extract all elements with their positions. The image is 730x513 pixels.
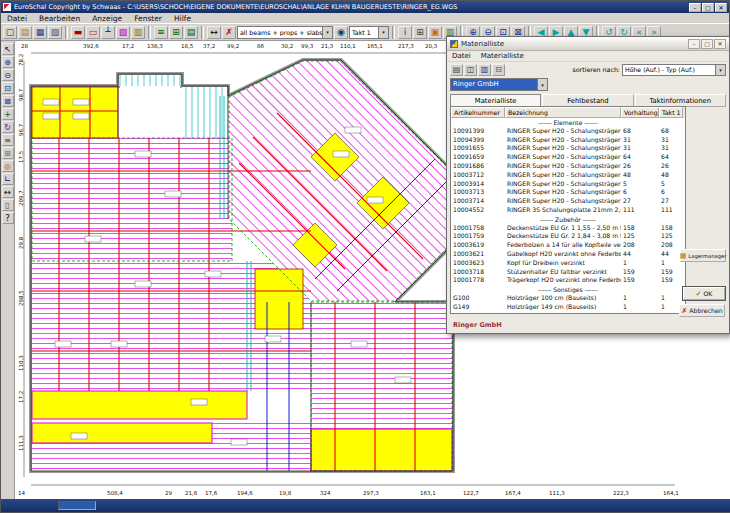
zoom-out-icon[interactable]: ⊖ xyxy=(2,69,14,81)
table-row[interactable]: 10001778Trägerkopf H20 verzinkt ohne Fed… xyxy=(451,276,685,285)
takt-select[interactable]: Takt 1▾ xyxy=(349,26,389,39)
redraw-icon[interactable]: ↻ xyxy=(2,121,14,133)
table-row[interactable]: 10091686RINGER Super H20 - Schalungsträg… xyxy=(451,162,685,171)
table-row[interactable]: G149Holzträger 149 cm (Bauseits)11 xyxy=(451,303,685,312)
cell-bez: Holzträger 149 cm (Bauseits) xyxy=(505,303,621,312)
grid-icon[interactable]: ⊞ xyxy=(2,147,14,159)
table-row[interactable]: 10004552RINGER 3S Schalungsplatte 21mm 2… xyxy=(451,206,685,215)
info-icon[interactable]: i xyxy=(398,26,412,39)
table-row[interactable]: 10003914RINGER Super H20 - Schalungsträg… xyxy=(451,180,685,189)
print-icon[interactable]: ▧ xyxy=(48,26,62,39)
chevron-down-icon[interactable]: ▾ xyxy=(537,79,547,90)
table-row[interactable]: G100Holzträger 100 cm (Bauseits)11 xyxy=(451,294,685,303)
print-icon[interactable]: ▤ xyxy=(450,64,463,76)
table-row[interactable]: 10003619Federbolzen a 14 für alle Kopfte… xyxy=(451,241,685,250)
cancel-button[interactable]: ✗ Abbrechen xyxy=(679,304,725,317)
table-row[interactable]: 10001759Deckenstütze EU Gr. 2 1,84 - 3,0… xyxy=(451,232,685,241)
layers-icon[interactable]: ≡ xyxy=(2,134,14,146)
table-row[interactable]: ------ Elemente ------ xyxy=(451,118,685,127)
visibility-icon[interactable]: ◉ xyxy=(334,26,348,39)
maximize-button[interactable]: ▢ xyxy=(702,3,714,12)
table-row[interactable]: G59Holzträger 59 cm (Bauseits)11 xyxy=(451,312,685,314)
grid-icon[interactable]: ⊞ xyxy=(413,26,427,39)
column-header-takt-1[interactable]: Takt 1 xyxy=(659,107,683,118)
wall-icon[interactable]: ▯ xyxy=(2,199,14,211)
column-header-bezeichnung[interactable]: Bezeichnung xyxy=(505,107,621,118)
dialog-menubar: DateiMaterialliste xyxy=(447,51,729,62)
table-row[interactable]: 10091659RINGER Super H20 - Schalungsträg… xyxy=(451,153,685,162)
cell-takt: 31 xyxy=(659,144,683,153)
dialog-minimize-button[interactable]: – xyxy=(688,39,700,49)
print-preview-icon[interactable]: ◫ xyxy=(464,64,477,76)
menu-anzeige[interactable]: Anzeige xyxy=(86,14,128,23)
table-row[interactable]: 10091399RINGER Super H20 - Schalungsträg… xyxy=(451,127,685,136)
dialog-menu-datei[interactable]: Datei xyxy=(447,52,476,60)
column-header-artikelnummer[interactable]: Artikelnummer xyxy=(451,107,505,118)
menu-bearbeiten[interactable]: Bearbeiten xyxy=(33,14,86,23)
menu-hilfe[interactable]: Hilfe xyxy=(168,14,197,23)
new-icon[interactable]: ▢ xyxy=(3,26,17,39)
table-row[interactable]: 10003712RINGER Super H20 - Schalungsträg… xyxy=(451,171,685,180)
table-row[interactable]: 10003623Kopf für Dreibein verzinkt11 xyxy=(451,259,685,268)
wall-tool-icon[interactable]: ▬ xyxy=(71,26,85,39)
display-filter-select-value: all beams + props + slabs xyxy=(238,29,322,36)
table-row[interactable]: 10091655RINGER Super H20 - Schalungsträg… xyxy=(451,144,685,153)
measure-icon[interactable]: ↔ xyxy=(2,186,14,198)
material-list-icon[interactable]: ≡ xyxy=(154,26,168,39)
close-button[interactable]: ✕ xyxy=(715,3,727,12)
beam-tool-icon[interactable]: ▭ xyxy=(86,26,100,39)
chevron-down-icon[interactable]: ▾ xyxy=(715,65,725,75)
dialog-close-button[interactable]: ✕ xyxy=(714,39,726,49)
slab-tool-icon[interactable]: ▨ xyxy=(116,26,130,39)
panel-tool-icon[interactable]: ▥ xyxy=(131,26,145,39)
warehouse-icon: ▦ xyxy=(680,252,687,260)
table-icon[interactable]: ⊞ xyxy=(169,26,183,39)
pointer-icon[interactable]: ↖ xyxy=(2,43,14,55)
colors-icon[interactable]: ▣ xyxy=(428,26,442,39)
material-table[interactable]: ArtikelnummerBezeichnungVorhaltungTakt 1… xyxy=(450,106,686,314)
company-select[interactable]: Ringer GmbH ▾ xyxy=(450,78,548,91)
help-icon[interactable]: ? xyxy=(2,212,14,224)
zoom-window-icon[interactable]: ⊡ xyxy=(2,82,14,94)
pan-icon[interactable]: + xyxy=(2,108,14,120)
cell-art: 10003712 xyxy=(451,171,505,180)
statistics-icon[interactable]: ▤ xyxy=(184,26,198,39)
dialog-title: Materialliste xyxy=(461,40,685,48)
cell-bez: RINGER Super H20 - Schalungsträger 1,90 … xyxy=(505,127,621,136)
prop-tool-icon[interactable]: ┴ xyxy=(101,26,115,39)
cell-vor: 158 xyxy=(621,224,659,233)
column-header-vorhaltung[interactable]: Vorhaltung xyxy=(621,107,659,118)
minimize-button[interactable]: – xyxy=(689,3,701,12)
zoom-all-icon[interactable]: ⊠ xyxy=(2,95,14,107)
lagermanager-button[interactable]: ▦ Lagermanager xyxy=(680,249,726,262)
ortho-icon[interactable]: ∟ xyxy=(2,173,14,185)
table-row[interactable]: 10003621Gabelkopf H20 verzinkt ohne Fede… xyxy=(451,250,685,259)
measure-icon[interactable]: ↔ xyxy=(207,26,221,39)
chevron-down-icon[interactable]: ▾ xyxy=(378,27,388,38)
menu-datei[interactable]: Datei xyxy=(1,14,33,23)
table-row[interactable]: 10001758Deckenstütze EU Gr. 1 1,55 - 2,5… xyxy=(451,224,685,233)
table-row[interactable]: 10094399RINGER Super H20 - Schalungsträg… xyxy=(451,136,685,145)
open-icon[interactable]: ▤ xyxy=(18,26,32,39)
dialog-titlebar[interactable]: Materialliste –▢✕ xyxy=(447,37,729,51)
table-row[interactable]: 10003718Stützenhalter EU faltbar verzink… xyxy=(451,268,685,277)
dialog-maximize-button[interactable]: ▢ xyxy=(701,39,713,49)
dialog-menu-materialliste[interactable]: Materialliste xyxy=(476,52,529,60)
table-row[interactable]: 10003713RINGER Super H20 - Schalungsträg… xyxy=(451,188,685,197)
table-row[interactable]: ------ Zubehör ------ xyxy=(451,215,685,224)
chevron-down-icon[interactable]: ▾ xyxy=(322,27,332,38)
delete-icon[interactable]: ✗ xyxy=(222,26,236,39)
ok-button[interactable]: ✓ OK xyxy=(683,287,725,300)
zoom-in-icon[interactable]: ⊕ xyxy=(2,56,14,68)
table-row[interactable]: 10003714RINGER Super H20 - Schalungsträg… xyxy=(451,197,685,206)
display-filter-select[interactable]: all beams + props + slabs▾ xyxy=(237,26,333,39)
copy-icon[interactable]: ⊟ xyxy=(492,64,505,76)
save-icon[interactable]: ▦ xyxy=(33,26,47,39)
table-row[interactable]: ------ Sonstiges ------ xyxy=(451,285,685,294)
ruler-label-bottom: 222,3 xyxy=(613,490,629,496)
snap-icon[interactable]: ◎ xyxy=(2,160,14,172)
export-icon[interactable]: ▥ xyxy=(478,64,491,76)
sort-select[interactable]: Höhe (Auf.) - Typ (Auf.) ▾ xyxy=(622,64,726,76)
cell-art: 10091655 xyxy=(451,144,505,153)
menu-fenster[interactable]: Fenster xyxy=(128,14,168,23)
